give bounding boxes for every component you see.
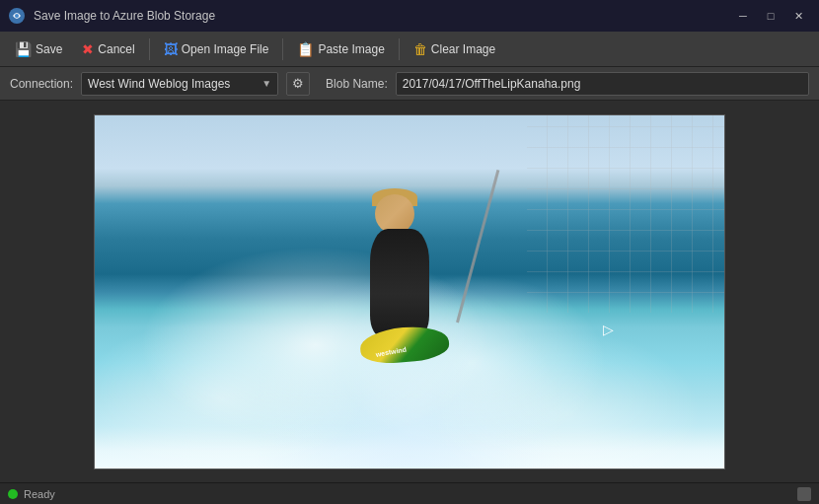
cursor-indicator: ▷ (603, 322, 611, 333)
clear-image-icon: 🗑 (413, 41, 427, 57)
surfer-head (375, 194, 414, 234)
window-controls: ─ □ ✕ (730, 6, 811, 26)
blob-name-label: Blob Name: (326, 77, 388, 91)
title-bar: Save Image to Azure Blob Storage ─ □ ✕ (0, 0, 819, 32)
status-resize-handle (797, 487, 811, 501)
save-icon: 💾 (15, 41, 32, 57)
svg-point-1 (15, 14, 19, 18)
paste-image-button[interactable]: 📋 Paste Image (288, 36, 393, 63)
board-text: westwind (375, 346, 407, 358)
image-canvas: westwind ▷ (95, 115, 724, 468)
connection-label: Connection: (10, 77, 73, 91)
window-icon (8, 7, 26, 25)
clear-image-button[interactable]: 🗑 Clear Image (405, 36, 504, 63)
image-container: westwind ▷ (94, 114, 725, 469)
dropdown-arrow-icon: ▼ (261, 78, 271, 89)
cancel-button[interactable]: ✖ Cancel (73, 36, 143, 63)
window-title: Save Image to Azure Blob Storage (34, 9, 722, 23)
status-text: Ready (24, 488, 55, 500)
separator-2 (282, 38, 283, 60)
status-dot-icon (8, 489, 18, 499)
gear-icon: ⚙ (292, 76, 304, 91)
open-image-button[interactable]: 🖼 Open Image File (155, 36, 278, 63)
cancel-icon: ✖ (82, 41, 94, 57)
main-area: westwind ▷ (0, 101, 819, 482)
connection-value: West Wind Weblog Images (88, 77, 230, 91)
settings-button[interactable]: ⚙ (286, 72, 310, 96)
open-image-label: Open Image File (182, 42, 269, 56)
connection-dropdown[interactable]: West Wind Weblog Images ▼ (81, 72, 278, 96)
net-overlay (527, 115, 724, 313)
paste-image-label: Paste Image (318, 42, 384, 56)
open-image-icon: 🖼 (164, 41, 178, 57)
close-button[interactable]: ✕ (785, 6, 811, 26)
connection-row: Connection: West Wind Weblog Images ▼ ⚙ … (0, 67, 819, 101)
blob-name-input[interactable] (396, 72, 809, 96)
save-button[interactable]: 💾 Save (6, 36, 71, 63)
save-label: Save (36, 42, 62, 56)
cancel-label: Cancel (98, 42, 134, 56)
surfer-body (370, 229, 429, 337)
separator-3 (399, 38, 400, 60)
paste-image-icon: 📋 (297, 41, 314, 57)
toolbar: 💾 Save ✖ Cancel 🖼 Open Image File 📋 Past… (0, 32, 819, 67)
surfer-figure: westwind (350, 165, 469, 362)
separator-1 (149, 38, 150, 60)
status-bar: Ready (0, 482, 819, 504)
maximize-button[interactable]: □ (758, 6, 783, 26)
minimize-button[interactable]: ─ (730, 6, 756, 26)
clear-image-label: Clear Image (431, 42, 495, 56)
